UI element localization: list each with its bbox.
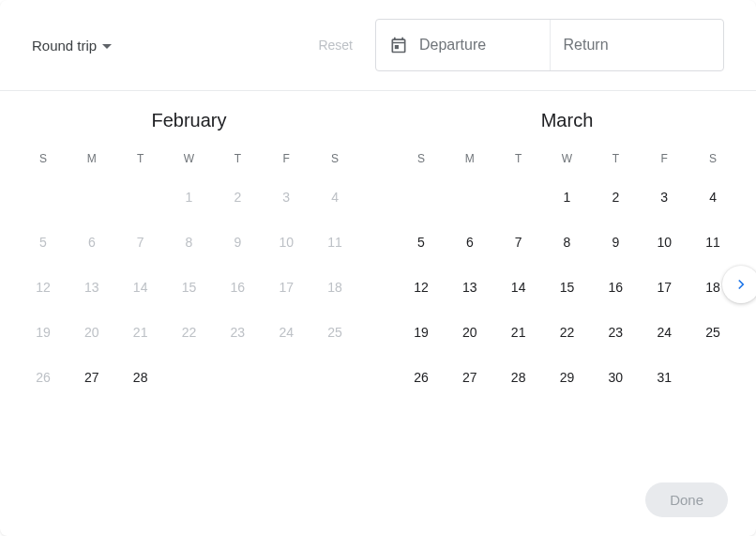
day-empty <box>397 175 446 220</box>
day-cell: 20 <box>68 310 116 355</box>
day-cell: 15 <box>165 265 214 310</box>
day-cell: 23 <box>213 310 262 355</box>
month-left: February SMTWTFS 12345678910111213141516… <box>19 110 359 400</box>
weekday-label: T <box>213 146 262 175</box>
day-empty <box>68 175 116 220</box>
weekday-label: T <box>591 146 640 175</box>
day-cell: 2 <box>213 175 262 220</box>
day-cell[interactable]: 25 <box>688 310 737 355</box>
day-empty <box>19 175 68 220</box>
next-month-button[interactable] <box>722 266 756 303</box>
day-cell[interactable]: 28 <box>116 355 165 400</box>
weekday-label: T <box>116 146 165 175</box>
day-cell[interactable]: 31 <box>640 355 688 400</box>
day-cell[interactable]: 19 <box>397 310 446 355</box>
weekday-label: S <box>310 146 359 175</box>
trip-type-label: Round trip <box>32 38 97 54</box>
day-cell: 10 <box>262 220 310 265</box>
reset-button: Reset <box>318 38 353 53</box>
day-cell[interactable]: 29 <box>543 355 592 400</box>
day-cell[interactable]: 13 <box>446 265 494 310</box>
day-cell[interactable]: 28 <box>494 355 543 400</box>
day-cell[interactable]: 14 <box>494 265 543 310</box>
day-cell[interactable]: 9 <box>591 220 640 265</box>
day-cell[interactable]: 8 <box>543 220 592 265</box>
weekday-label: S <box>19 146 68 175</box>
calendar-icon <box>389 36 408 54</box>
days-grid: 1234567891011121314151617181920212223242… <box>19 175 359 400</box>
day-cell: 4 <box>310 175 359 220</box>
day-cell[interactable]: 15 <box>543 265 592 310</box>
day-cell: 9 <box>213 220 262 265</box>
day-cell[interactable]: 11 <box>688 220 737 265</box>
day-cell[interactable]: 5 <box>397 220 446 265</box>
day-cell[interactable]: 10 <box>640 220 688 265</box>
day-cell: 3 <box>262 175 310 220</box>
day-empty <box>116 175 165 220</box>
day-cell: 25 <box>310 310 359 355</box>
day-cell[interactable]: 30 <box>591 355 640 400</box>
departure-field[interactable]: Departure <box>376 20 550 70</box>
weekday-row: SMTWTFS <box>397 146 737 175</box>
day-cell[interactable]: 23 <box>591 310 640 355</box>
day-cell: 19 <box>19 310 68 355</box>
chevron-down-icon <box>102 44 112 49</box>
day-cell: 6 <box>68 220 116 265</box>
weekday-label: M <box>68 146 116 175</box>
day-cell[interactable]: 4 <box>688 175 737 220</box>
chevron-right-icon <box>733 276 749 293</box>
done-button: Done <box>645 482 728 517</box>
day-cell[interactable]: 7 <box>494 220 543 265</box>
day-cell[interactable]: 2 <box>591 175 640 220</box>
weekday-label: W <box>543 146 592 175</box>
return-placeholder: Return <box>564 37 609 54</box>
svg-rect-0 <box>395 45 399 49</box>
day-cell[interactable]: 16 <box>591 265 640 310</box>
date-picker-dialog: Round trip Reset Departure Return Februa… <box>0 0 756 536</box>
month-title: February <box>19 110 359 131</box>
day-cell: 11 <box>310 220 359 265</box>
day-cell: 22 <box>165 310 214 355</box>
day-cell: 7 <box>116 220 165 265</box>
dialog-header: Round trip Reset Departure Return <box>0 0 756 90</box>
weekday-label: W <box>165 146 214 175</box>
day-cell[interactable]: 1 <box>543 175 592 220</box>
month-title: March <box>397 110 737 131</box>
trip-type-select[interactable]: Round trip <box>32 38 112 54</box>
day-empty <box>494 175 543 220</box>
day-cell: 24 <box>262 310 310 355</box>
days-grid: 1234567891011121314151617181920212223242… <box>397 175 737 400</box>
day-cell[interactable]: 17 <box>640 265 688 310</box>
day-cell[interactable]: 21 <box>494 310 543 355</box>
day-cell[interactable]: 27 <box>446 355 494 400</box>
day-cell: 5 <box>19 220 68 265</box>
day-cell: 26 <box>19 355 68 400</box>
day-cell[interactable]: 20 <box>446 310 494 355</box>
day-cell: 18 <box>310 265 359 310</box>
day-cell[interactable]: 24 <box>640 310 688 355</box>
day-cell[interactable]: 3 <box>640 175 688 220</box>
day-cell: 21 <box>116 310 165 355</box>
day-cell: 17 <box>262 265 310 310</box>
date-input-group: Departure Return <box>375 19 724 71</box>
day-cell[interactable]: 27 <box>68 355 116 400</box>
weekday-label: F <box>262 146 310 175</box>
day-cell: 14 <box>116 265 165 310</box>
day-empty <box>446 175 494 220</box>
day-cell[interactable]: 26 <box>397 355 446 400</box>
weekday-label: S <box>688 146 737 175</box>
day-cell: 1 <box>165 175 214 220</box>
month-right: March SMTWTFS 12345678910111213141516171… <box>397 110 737 400</box>
day-cell: 12 <box>19 265 68 310</box>
day-cell: 8 <box>165 220 214 265</box>
weekday-label: F <box>640 146 688 175</box>
day-cell[interactable]: 12 <box>397 265 446 310</box>
return-field[interactable]: Return <box>550 20 724 70</box>
day-cell[interactable]: 6 <box>446 220 494 265</box>
day-cell: 13 <box>68 265 116 310</box>
weekday-label: S <box>397 146 446 175</box>
day-cell[interactable]: 22 <box>543 310 592 355</box>
departure-placeholder: Departure <box>419 37 486 54</box>
dialog-footer: Done <box>0 464 756 536</box>
weekday-label: T <box>494 146 543 175</box>
